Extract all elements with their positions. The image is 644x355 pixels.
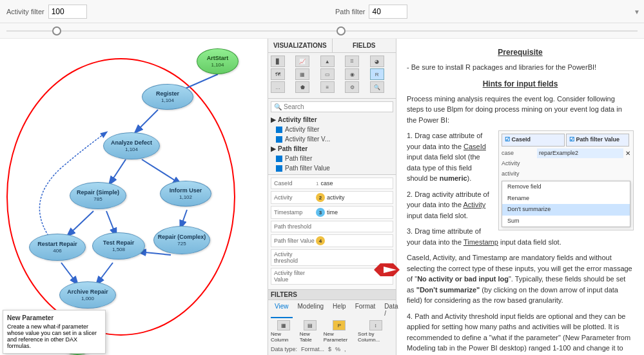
btn-new-column[interactable]: ▦ New Column xyxy=(271,320,297,343)
node-archiverepair[interactable]: Archive Repair 1,000 xyxy=(59,281,116,309)
svg-line-4 xyxy=(68,211,93,236)
btn-new-table[interactable]: ▤ New Table xyxy=(300,320,321,343)
node-repaircmplx[interactable]: Repair (Complex) 725 xyxy=(153,226,210,254)
path-filter-label: Path filter xyxy=(335,8,365,15)
btn-new-table-label: New Table xyxy=(300,331,321,343)
viz-icon-funnel[interactable]: ⬟ xyxy=(295,81,309,93)
tab-view[interactable]: View xyxy=(271,301,293,318)
comma-sign: , xyxy=(344,346,346,352)
prerequisite-title: Prerequisite xyxy=(407,46,634,58)
inset-screenshot: ☑ CaseId ☑ Path filter Value case reparE… xyxy=(498,130,634,230)
menu-dont-summarize[interactable]: Don't summarize xyxy=(502,204,630,216)
slot-timestamp-label: Timestamp xyxy=(274,209,316,216)
node-repairsimple-label: Repair (Simple) xyxy=(77,189,119,196)
slot-activity-value: activity xyxy=(327,194,390,201)
field-group-activity-filter[interactable]: ▶ Activity filter xyxy=(271,115,393,125)
viz-icon-gauge[interactable]: ◉ xyxy=(345,68,359,80)
dollar-sign: $ xyxy=(328,346,331,352)
menu-rename[interactable]: Rename xyxy=(502,193,630,205)
viz-icon-more[interactable]: … xyxy=(271,81,285,93)
field-group-path-filter[interactable]: ▶ Path filter xyxy=(271,144,393,154)
slot-activity-label: Activity xyxy=(274,194,316,201)
tab-visualizations[interactable]: VISUALIZATIONS xyxy=(268,39,333,52)
tab-modeling[interactable]: Modeling xyxy=(294,301,328,318)
tab-fields[interactable]: FIELDS xyxy=(333,39,396,52)
collapse-icon[interactable]: ▼ xyxy=(634,8,640,15)
node-analyzedefect-count: 1,104 xyxy=(125,147,138,153)
tab-help[interactable]: Help xyxy=(329,301,350,318)
inset-col-caseid: ☑ CaseId xyxy=(502,134,565,147)
activity-filter-input[interactable] xyxy=(48,5,87,19)
inset-header: ☑ CaseId ☑ Path filter Value xyxy=(502,134,630,147)
btn-new-parameter-label: New Parameter xyxy=(324,331,355,343)
node-restartrepair[interactable]: Restart Repair 406 xyxy=(29,234,86,261)
context-menu: Remove field Rename Don't summarize Sum xyxy=(502,181,630,227)
menu-sum[interactable]: Sum xyxy=(502,216,630,227)
slider-thumb-left[interactable] xyxy=(52,26,61,36)
slot-timestamp-num: 3 xyxy=(316,208,325,217)
field-checkbox-activity-filter-v[interactable] xyxy=(276,136,282,143)
powerbi-panel: VISUALIZATIONS FIELDS ▊ 📈 ▲ ⠿ ◕ 🗺 ▦ ▭ ◉ … xyxy=(268,39,396,355)
slider-thumb-right[interactable] xyxy=(337,26,346,36)
viz-icon-r[interactable]: R xyxy=(370,68,384,80)
node-informuser-label: Inform User xyxy=(170,187,202,194)
field-path-filter[interactable]: Path filter xyxy=(271,154,393,163)
filters-label: FILTERS xyxy=(268,289,396,299)
search-input[interactable] xyxy=(284,103,390,110)
path-filter-input[interactable] xyxy=(369,5,407,19)
node-artstart[interactable]: ArtStart 1,104 xyxy=(197,48,239,74)
slot-path-threshold: Path threshold xyxy=(271,221,393,232)
btn-new-parameter[interactable]: P New Parameter xyxy=(324,320,355,343)
close-x-icon[interactable]: ✕ xyxy=(625,148,630,158)
percent-sign: % xyxy=(335,346,340,352)
viz-icon-search[interactable]: 🔍 xyxy=(370,81,384,93)
inset-row-activity: Activity xyxy=(502,159,630,168)
path-filter-section: Path filter xyxy=(335,5,407,19)
field-checkbox-path-filter[interactable] xyxy=(276,156,282,162)
viz-icon-map[interactable]: 🗺 xyxy=(271,68,285,80)
node-archiverepair-label: Archive Repair xyxy=(67,289,108,296)
toolbar-buttons: ▦ New Column ▤ New Table P New Parameter… xyxy=(271,318,393,345)
toolbar-tabs: View Modeling Help Format Data / xyxy=(271,301,393,318)
fields-search-box[interactable]: 🔍 xyxy=(271,101,393,112)
field-path-filter-value[interactable]: Path filter Value xyxy=(271,163,393,173)
viz-icon-scatter[interactable]: ⠿ xyxy=(345,56,359,67)
tooltip-text: Create a new what-if parameter whose val… xyxy=(7,323,101,349)
tooltip-title: New Parameter xyxy=(7,314,101,321)
main-content: ArtStart 1,104 Register 1,104 Analyze De… xyxy=(0,39,644,355)
menu-remove-field[interactable]: Remove field xyxy=(502,181,630,193)
slot-path-filter-value-label: Path filter Value xyxy=(274,238,316,244)
new-table-icon: ▤ xyxy=(304,320,317,330)
node-repairsimple[interactable]: Repair (Simple) 785 xyxy=(70,182,126,209)
node-register[interactable]: Register 1,104 xyxy=(142,84,193,110)
field-checkbox-activity-filter[interactable] xyxy=(276,127,282,133)
node-analyzedefect[interactable]: Analyze Defect 1,104 xyxy=(103,132,160,159)
viz-icon-filter[interactable]: ≡ xyxy=(320,81,335,93)
field-activity-filter[interactable]: Activity filter xyxy=(271,125,393,134)
node-informuser[interactable]: Inform User 1,102 xyxy=(160,181,211,207)
svg-line-9 xyxy=(139,252,171,255)
node-testrepair[interactable]: Test Repair 1,508 xyxy=(92,232,145,259)
viz-icon-bar[interactable]: ▊ xyxy=(271,56,285,67)
node-register-label: Register xyxy=(156,90,179,97)
node-artstart-count: 1,104 xyxy=(211,62,224,68)
inset-row-activity2: activity xyxy=(502,170,630,179)
hints-intro: Process mining analysis requires the eve… xyxy=(407,94,634,126)
viz-icon-area[interactable]: ▲ xyxy=(320,56,335,67)
field-checkbox-path-filter-value[interactable] xyxy=(276,165,282,172)
slot-caseid-value: case xyxy=(320,180,390,187)
node-repairsimple-count: 785 xyxy=(93,196,102,203)
viz-icon-card[interactable]: ▭ xyxy=(320,68,335,80)
viz-icon-pie[interactable]: ◕ xyxy=(370,56,384,67)
new-parameter-icon: P xyxy=(333,320,346,330)
tab-format[interactable]: Format xyxy=(351,301,380,318)
btn-sort-by-column[interactable]: ↕ Sort by Column... xyxy=(358,320,393,343)
hints-title: Hints for input fields xyxy=(407,78,634,90)
slider-row xyxy=(0,23,644,39)
field-activity-filter-v[interactable]: Activity filter V... xyxy=(271,134,393,144)
viz-icon-table[interactable]: ▦ xyxy=(295,68,309,80)
viz-icon-line[interactable]: 📈 xyxy=(295,56,309,67)
data-format-row: Data type: Format... $ % , xyxy=(271,345,393,354)
viz-icon-format[interactable]: ⚙ xyxy=(345,81,359,93)
red-arrow-indicator xyxy=(374,260,400,281)
